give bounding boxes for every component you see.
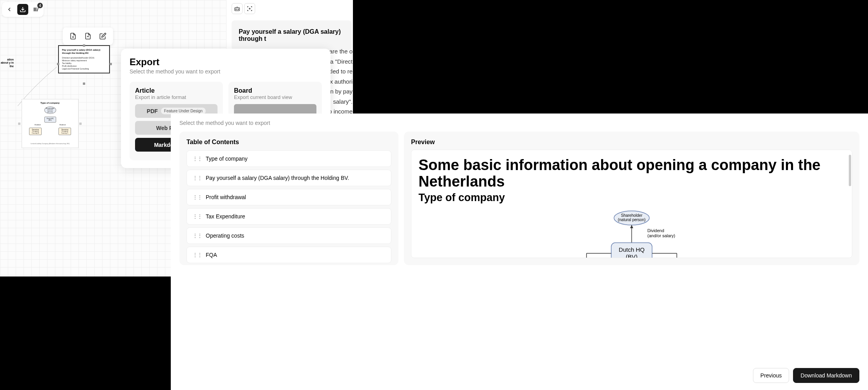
toc-item-label: FQA — [206, 252, 217, 258]
modal-footer-buttons: Previous Download Markdown — [753, 368, 859, 383]
doc-icon-1[interactable] — [69, 32, 77, 40]
card-item: Directeur-grootaandeelhouder (DGA) — [62, 57, 106, 59]
footnote: Limited Liability Company (Besloten Venn… — [24, 143, 76, 145]
bot-icon[interactable] — [232, 3, 243, 14]
article-title: Pay yourself a salary (DGA salary) throu… — [239, 28, 341, 42]
doc-icon-2[interactable] — [84, 32, 92, 40]
toc-item-label: Operating costs — [206, 233, 244, 239]
toc-item[interactable]: ⋮⋮ Tax Expenditure — [186, 208, 391, 225]
preview-title: Preview — [411, 139, 852, 146]
drag-handle-icon[interactable]: ⋮⋮ — [192, 233, 202, 239]
diagram-shareholder-l1: Shareholder — [621, 213, 643, 218]
diagram-dividend-l1: Dividend — [647, 228, 664, 233]
col-subtitle: Export current board view — [234, 94, 316, 100]
col-title: Board — [234, 87, 316, 94]
article-title-bar: Pay yourself a salary (DGA salary) throu… — [232, 20, 352, 50]
card-title: Type of company — [24, 102, 76, 104]
col-title: Article — [135, 87, 217, 94]
resize-handle[interactable] — [83, 82, 85, 85]
diagram-hq-l2: (BV) — [626, 253, 638, 258]
resize-handle[interactable] — [83, 44, 85, 47]
drag-handle-icon[interactable]: ⋮⋮ — [192, 156, 202, 162]
toc-title: Table of Contents — [186, 139, 391, 146]
drag-handle-icon[interactable]: ⋮⋮ — [192, 252, 202, 258]
toc-item[interactable]: ⋮⋮ Operating costs — [186, 227, 391, 244]
export-step-modal: Select the method you want to export Tab… — [171, 114, 868, 390]
diagram-shareholder-l2: (natural person) — [618, 218, 646, 222]
toc-item[interactable]: ⋮⋮ Type of company — [186, 150, 391, 167]
option-label: PDF — [147, 108, 158, 114]
toc-item[interactable]: ⋮⋮ Pay yourself a salary (DGA salary) th… — [186, 170, 391, 186]
diagram-hq-l1: Dutch HQ — [619, 246, 645, 253]
library-button[interactable]: 4 — [31, 4, 42, 15]
toc-item[interactable]: ⋮⋮ Profit withdrawal — [186, 189, 391, 205]
back-button[interactable] — [4, 4, 15, 15]
resize-handle[interactable] — [110, 63, 112, 65]
download-button[interactable] — [17, 4, 28, 15]
toc-item-label: Profit withdrawal — [206, 194, 246, 200]
node-opB: OperatingCompanyCountry B — [29, 128, 42, 135]
drag-handle-icon[interactable]: ⋮⋮ — [192, 194, 202, 200]
label-dividend: Dividend — [35, 124, 41, 126]
dark-overlay — [353, 0, 868, 114]
partial-text: ation about y in the — [1, 58, 14, 68]
card-item: Legal and Financial Consulting — [62, 68, 106, 70]
modal-subtitle: Select the method you want to export — [179, 120, 859, 126]
card-item: Minimum salary requirement — [62, 59, 106, 62]
drag-handle-icon[interactable]: ⋮⋮ — [192, 175, 202, 181]
svg-point-4 — [236, 9, 236, 9]
previous-button[interactable]: Previous — [753, 368, 789, 383]
card-actions-toolbar — [63, 27, 113, 45]
card-item: Profit distribution — [62, 65, 106, 68]
diagram-dividend-l2: (and/or salary) — [647, 233, 675, 238]
toc-item[interactable]: ⋮⋮ FQA — [186, 247, 391, 263]
partial-card: ation about y in the — [0, 58, 14, 68]
canvas-card-salary[interactable]: Pay yourself a salary (DGA salary) throu… — [58, 45, 110, 73]
focus-icon[interactable] — [244, 3, 255, 14]
badge-count: 4 — [37, 3, 43, 8]
node-hq: Dutch HQ(BV) — [44, 117, 56, 123]
resize-handle[interactable] — [79, 123, 82, 125]
scrollbar[interactable] — [849, 155, 851, 186]
col-subtitle: Export in article format — [135, 94, 217, 100]
download-markdown-button[interactable]: Download Markdown — [793, 368, 859, 383]
toc-item-label: Type of company — [206, 156, 248, 162]
svg-marker-10 — [630, 225, 633, 228]
toc-item-label: Tax Expenditure — [206, 213, 245, 220]
toc-item-label: Pay yourself a salary (DGA salary) throu… — [206, 175, 349, 181]
main-toolbar: 4 — [2, 2, 44, 17]
mini-diagram: Shareholder(natural person) Dutch HQ(BV)… — [24, 106, 76, 142]
drag-handle-icon[interactable]: ⋮⋮ — [192, 213, 202, 220]
resize-handle[interactable] — [18, 123, 20, 125]
svg-point-7 — [249, 8, 250, 9]
card-title: Pay yourself a salary (DGA salary) throu… — [62, 48, 106, 55]
preview-heading-2: Type of company — [418, 192, 845, 204]
card-item: Tax liability — [62, 62, 106, 65]
node-shareholder: Shareholder(natural person) — [44, 106, 56, 114]
export-modal-title: Export — [130, 57, 322, 68]
resize-handle[interactable] — [57, 63, 59, 65]
preview-heading-1: Some basic information about opening a c… — [418, 157, 845, 190]
edit-icon[interactable] — [99, 32, 107, 40]
svg-point-5 — [238, 9, 239, 9]
article-panel-toolbar — [232, 3, 255, 14]
preview-panel: Preview Some basic information about ope… — [404, 132, 859, 265]
preview-frame[interactable]: Some basic information about opening a c… — [411, 150, 852, 258]
label-dividend: Dividend — [59, 124, 66, 126]
node-opC: OperatingCompanyCountry C — [58, 128, 71, 135]
canvas-card-diagram[interactable]: Type of company Shareholder(natural pers… — [22, 99, 79, 148]
toc-panel: Table of Contents ⋮⋮ Type of company ⋮⋮ … — [179, 132, 398, 265]
export-modal-subtitle: Select the method you want to export — [130, 68, 322, 75]
company-diagram: Shareholder (natural person) Dividend (a… — [573, 209, 691, 258]
